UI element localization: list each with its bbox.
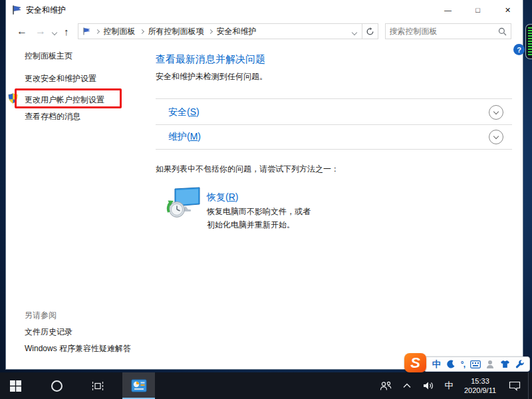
section-security[interactable]: 安全(S) <box>156 100 512 124</box>
search-icon[interactable] <box>498 27 507 36</box>
recovery-icon[interactable] <box>166 187 201 220</box>
breadcrumb-all-items[interactable]: 所有控制面板项 <box>148 26 204 37</box>
address-bar[interactable]: 控制面板 所有控制面板项 安全和维护 <box>78 23 378 39</box>
ime-sogou-logo[interactable]: S <box>404 353 426 372</box>
action-center-button[interactable] <box>501 372 528 399</box>
start-button[interactable] <box>0 372 31 399</box>
volume-button[interactable] <box>418 372 439 399</box>
status-text: 安全和维护未检测到任何问题。 <box>156 71 267 82</box>
taskbar-control-panel-app[interactable] <box>122 372 155 399</box>
search-box <box>385 23 511 39</box>
refresh-button[interactable] <box>362 23 378 39</box>
search-input[interactable] <box>390 27 498 36</box>
uac-shield-icon <box>8 93 18 104</box>
history-dropdown-icon[interactable] <box>50 25 59 37</box>
ime-toolbox-wrench-icon[interactable] <box>515 360 525 369</box>
notification-icon <box>509 381 521 391</box>
show-hidden-icons-button[interactable] <box>396 372 418 399</box>
recovery-desc-line2: 初始化电脑并重新开始。 <box>207 219 295 231</box>
separator <box>156 98 512 99</box>
address-flag-icon <box>82 27 91 35</box>
help-button[interactable]: ? <box>513 44 525 55</box>
navigation-bar: ← → ↑ 控制面板 所有控制面板项 安全和维护 <box>6 20 523 43</box>
ime-fullwidth-moon-icon[interactable] <box>446 360 456 369</box>
edge-meter-widget[interactable] <box>525 24 532 59</box>
sidebar-item-change-security-settings[interactable]: 更改安全和维护设置 <box>25 73 96 84</box>
chevron-down-icon <box>493 133 499 138</box>
forward-button[interactable]: → <box>31 26 50 37</box>
task-view-icon <box>92 381 104 391</box>
taskbar-clock[interactable]: 15:33 2020/9/11 <box>459 372 501 399</box>
speaker-icon <box>423 381 434 390</box>
page-title: 查看最新消息并解决问题 <box>156 53 265 66</box>
breadcrumb-sep-icon <box>94 29 99 33</box>
breadcrumb-control-panel[interactable]: 控制面板 <box>104 26 136 37</box>
up-button[interactable]: ↑ <box>59 26 74 37</box>
cortana-ring-icon <box>51 380 63 392</box>
ime-soft-keyboard-icon[interactable] <box>470 360 481 368</box>
tip-text: 如果列表中不包括你的问题，请尝试下列方法之一： <box>156 164 339 175</box>
chevron-down-icon <box>493 108 499 114</box>
separator <box>156 149 512 150</box>
desktop: 安全和维护 — □ ✕ ← → ↑ 控制面板 <box>0 0 532 399</box>
show-desktop-button[interactable] <box>528 372 532 399</box>
ime-toolbar[interactable]: 中 °, <box>424 356 530 372</box>
sidebar-item-change-uac-settings[interactable]: 更改用户帐户控制设置 <box>25 94 104 106</box>
task-view-button[interactable] <box>82 372 113 399</box>
address-dropdown-icon[interactable] <box>347 25 362 37</box>
window-title: 安全和维护 <box>26 5 66 16</box>
section-security-expand-button[interactable] <box>489 105 503 120</box>
meter-bars-icon <box>528 27 532 56</box>
maximize-button[interactable]: □ <box>463 0 493 20</box>
clock-date: 2020/9/11 <box>464 386 496 395</box>
title-bar[interactable]: 安全和维护 — □ ✕ <box>6 0 523 20</box>
section-maintenance[interactable]: 维护(M) <box>156 125 512 149</box>
chevron-up-icon <box>403 383 411 388</box>
security-maintenance-window: 安全和维护 — □ ✕ ← → ↑ 控制面板 <box>5 0 523 370</box>
back-button[interactable]: ← <box>13 26 31 37</box>
see-also-header: 另请参阅 <box>25 310 57 321</box>
section-maintenance-expand-button[interactable] <box>489 130 503 144</box>
ime-account-icon[interactable] <box>486 360 495 369</box>
sidebar-link-program-compat[interactable]: Windows 程序兼容性疑难解答 <box>25 343 131 354</box>
taskbar-ime-indicator[interactable]: 中 <box>439 372 459 399</box>
breadcrumb-sep-icon <box>139 29 144 33</box>
sidebar-item-view-archived-messages[interactable]: 查看存档的消息 <box>25 111 80 122</box>
recovery-desc-line1: 恢复电脑而不影响文件，或者 <box>207 206 311 217</box>
people-icon <box>380 381 392 391</box>
recovery-link[interactable]: 恢复(R) <box>207 192 238 203</box>
sidebar-link-file-history[interactable]: 文件历史记录 <box>25 327 72 338</box>
minimize-button[interactable]: — <box>433 0 463 20</box>
ime-chinese-mode-button[interactable]: 中 <box>432 358 441 370</box>
people-button[interactable] <box>375 372 396 399</box>
refresh-icon <box>366 27 374 36</box>
control-panel-app-icon <box>131 379 147 392</box>
sidebar-item-control-panel-home[interactable]: 控制面板主页 <box>25 51 72 62</box>
cortana-button[interactable] <box>41 372 72 399</box>
ime-skin-icon[interactable] <box>500 360 510 368</box>
windows-logo-icon <box>10 380 21 392</box>
ime-punctuation-button[interactable]: °, <box>461 360 465 369</box>
clock-time: 15:33 <box>471 376 489 386</box>
taskbar: 中 15:33 2020/9/11 <box>0 372 532 399</box>
section-security-label: 安全(S) <box>168 106 200 118</box>
breadcrumb-sep-icon <box>207 29 212 33</box>
breadcrumb-current[interactable]: 安全和维护 <box>217 26 257 37</box>
app-flag-icon <box>12 5 22 15</box>
close-button[interactable]: ✕ <box>493 0 523 20</box>
section-maintenance-label: 维护(M) <box>168 131 201 143</box>
